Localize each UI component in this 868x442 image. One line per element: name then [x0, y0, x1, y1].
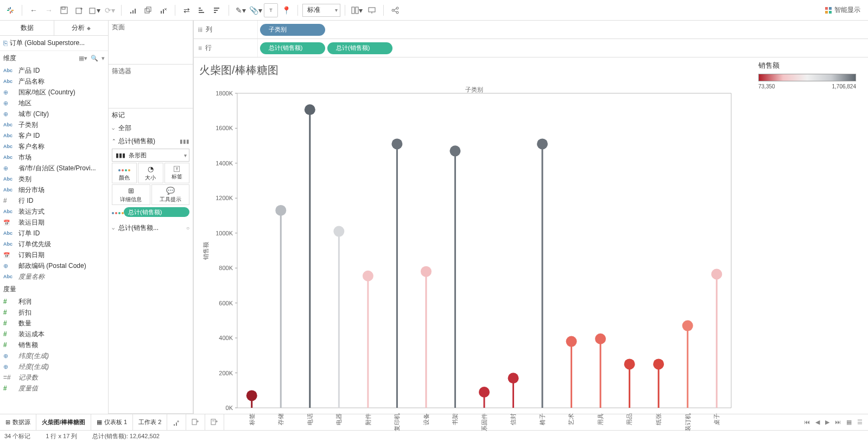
search-icon[interactable]: 🔍	[91, 55, 98, 62]
mark-tooltip[interactable]: 💬工具提示	[151, 184, 190, 205]
status-rows: 1 行 x 17 列	[46, 432, 77, 440]
tabview-icon[interactable]: ☰	[857, 419, 863, 426]
field-item[interactable]: Abc子类别	[0, 119, 108, 130]
field-item[interactable]: #利润	[0, 296, 108, 307]
field-item[interactable]: #度量值	[0, 383, 108, 394]
field-item[interactable]: ⊕邮政编码 (Postal Code)	[0, 260, 108, 271]
field-item[interactable]: Abc度量名称	[0, 271, 108, 282]
field-item[interactable]: #折扣	[0, 307, 108, 318]
field-item[interactable]: ⊕城市 (City)	[0, 108, 108, 119]
logo-icon[interactable]	[3, 3, 17, 17]
field-item[interactable]: #行 ID	[0, 195, 108, 206]
svg-rect-18	[163, 9, 164, 14]
field-item[interactable]: 📅装运日期	[0, 217, 108, 228]
field-item[interactable]: Abc订单 ID	[0, 228, 108, 239]
mark-detail[interactable]: ⊞详细信息	[112, 184, 150, 205]
svg-text:装订机: 装订机	[685, 413, 691, 431]
next-icon[interactable]: ▶	[825, 419, 829, 426]
datasource-icon: ⎘	[3, 39, 8, 47]
legend-panel[interactable]: 销售额 73,350 1,706,824	[754, 57, 868, 414]
save-icon[interactable]	[57, 3, 71, 17]
last-icon[interactable]: ⏭	[835, 419, 841, 426]
share-icon[interactable]	[388, 3, 402, 17]
chart-title[interactable]: 火柴图/棒棒糖图	[199, 63, 278, 78]
labels-icon[interactable]: T	[264, 3, 278, 17]
group-icon[interactable]: 📎▾	[249, 3, 263, 17]
pin-icon[interactable]: 📍	[279, 3, 293, 17]
sort-asc-icon[interactable]	[195, 3, 209, 17]
measures-header: 度量	[0, 282, 108, 296]
mark-color-pill[interactable]: 总计(销售额)	[112, 206, 189, 218]
clear-icon[interactable]	[156, 3, 170, 17]
field-item[interactable]: Abc订单优先级	[0, 239, 108, 249]
field-item[interactable]: ⊕经度(生成)	[0, 361, 108, 372]
svg-rect-29	[369, 8, 375, 12]
show-cards-icon[interactable]: ▾	[350, 3, 364, 17]
field-item[interactable]: #装运成本	[0, 329, 108, 339]
marks-sum2[interactable]: ⌵总计(销售额...○	[109, 221, 193, 234]
datasource-row[interactable]: ⎘ 订单 (Global Superstore...	[0, 36, 108, 51]
field-item[interactable]: Abc装运方式	[0, 206, 108, 217]
show-me-button[interactable]: 智能显示	[820, 5, 865, 15]
mark-color[interactable]: 颜色	[112, 163, 137, 183]
duplicate-icon[interactable]	[141, 3, 155, 17]
field-item[interactable]: 📅订购日期	[0, 249, 108, 260]
new-sheet-button[interactable]	[167, 414, 186, 430]
rows-shelf[interactable]: ≡行 总计(销售额) 总计(销售额)	[193, 39, 868, 57]
mark-size[interactable]: ◔大小	[138, 163, 163, 183]
tab-data[interactable]: 数据	[0, 21, 54, 35]
svg-text:1000K: 1000K	[216, 230, 233, 236]
swap-icon[interactable]: ⇄	[180, 3, 194, 17]
legend-min: 73,350	[758, 84, 775, 89]
view-icon[interactable]: ▦▾	[79, 55, 87, 62]
new-datasource-icon[interactable]	[72, 3, 86, 17]
tab-sheet2[interactable]: 工作表 2	[133, 414, 167, 430]
field-item[interactable]: Abc客户 ID	[0, 130, 108, 141]
tab-active-sheet[interactable]: 火柴图/棒棒糖图	[36, 414, 91, 430]
fit-selector[interactable]: 标准	[302, 4, 340, 17]
field-item[interactable]: ⊕纬度(生成)	[0, 350, 108, 361]
field-item[interactable]: ⊕地区	[0, 98, 108, 108]
prev-icon[interactable]: ◀	[815, 419, 820, 426]
field-item[interactable]: #销售额	[0, 339, 108, 350]
svg-rect-27	[352, 7, 354, 14]
refresh-icon[interactable]: ⟳▾	[103, 3, 117, 17]
field-item[interactable]: Abc类别	[0, 174, 108, 184]
field-item[interactable]: #数量	[0, 318, 108, 329]
first-icon[interactable]: ⏮	[804, 419, 810, 426]
field-item[interactable]: Abc市场	[0, 152, 108, 163]
autoupdate-icon[interactable]: ▾	[87, 3, 102, 17]
menu-icon[interactable]: ▾	[102, 55, 105, 62]
svg-rect-21	[199, 8, 201, 9]
marks-all[interactable]: ⌵全部	[109, 121, 193, 134]
svg-line-4	[8, 8, 10, 10]
tab-datasource[interactable]: ⊞数据源	[0, 414, 36, 430]
field-item[interactable]: Abc产品名称	[0, 76, 108, 87]
rows-pill-2[interactable]: 总计(销售额)	[327, 42, 392, 54]
field-item[interactable]: ⊕国家/地区 (Country)	[0, 87, 108, 98]
mark-type-selector[interactable]: ▮▮▮条形图	[112, 149, 189, 162]
svg-rect-22	[199, 10, 202, 11]
field-item[interactable]: =#记录数	[0, 372, 108, 383]
visualization[interactable]: 火柴图/棒棒糖图 子类别 0K200K400K600K800K1000K1200…	[193, 57, 754, 414]
mark-label[interactable]: T标签	[164, 163, 189, 183]
tab-analysis[interactable]: 分析◆	[54, 21, 108, 35]
field-item[interactable]: Abc产品 ID	[0, 65, 108, 76]
filmstrip-icon[interactable]: ▦	[846, 419, 852, 426]
new-sheet-icon[interactable]	[126, 3, 140, 17]
sort-desc-icon[interactable]	[210, 3, 224, 17]
field-item[interactable]: Abc细分市场	[0, 184, 108, 195]
forward-button[interactable]: →	[42, 3, 56, 17]
columns-pill[interactable]: 子类别	[260, 24, 325, 36]
field-item[interactable]: Abc客户名称	[0, 141, 108, 152]
columns-shelf[interactable]: iii列 子类别	[193, 21, 868, 39]
svg-rect-15	[145, 9, 149, 13]
svg-point-75	[333, 226, 344, 237]
highlight-icon[interactable]: ✎▾	[233, 3, 248, 17]
marks-sum1[interactable]: ⌃总计(销售额)▮▮▮	[109, 134, 193, 148]
tab-dashboard[interactable]: ▦仪表板 1	[91, 414, 133, 430]
field-item[interactable]: ⊕省/市/自治区 (State/Provi...	[0, 163, 108, 174]
presentation-icon[interactable]	[365, 3, 379, 17]
rows-pill-1[interactable]: 总计(销售额)	[260, 42, 325, 54]
back-button[interactable]: ←	[27, 3, 41, 17]
